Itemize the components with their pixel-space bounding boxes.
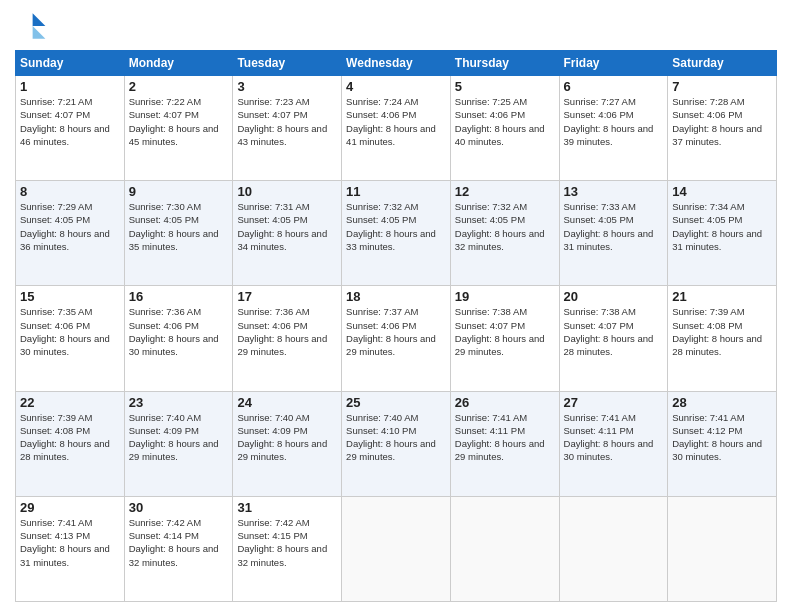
logo <box>15 10 51 42</box>
day-info: Sunrise: 7:29 AM Sunset: 4:05 PM Dayligh… <box>20 200 120 253</box>
day-number: 17 <box>237 289 337 304</box>
calendar-cell: 3 Sunrise: 7:23 AM Sunset: 4:07 PM Dayli… <box>233 76 342 181</box>
day-number: 10 <box>237 184 337 199</box>
day-info: Sunrise: 7:25 AM Sunset: 4:06 PM Dayligh… <box>455 95 555 148</box>
day-info: Sunrise: 7:41 AM Sunset: 4:11 PM Dayligh… <box>455 411 555 464</box>
calendar-cell: 4 Sunrise: 7:24 AM Sunset: 4:06 PM Dayli… <box>342 76 451 181</box>
col-header-wednesday: Wednesday <box>342 51 451 76</box>
day-info: Sunrise: 7:37 AM Sunset: 4:06 PM Dayligh… <box>346 305 446 358</box>
col-header-friday: Friday <box>559 51 668 76</box>
day-number: 5 <box>455 79 555 94</box>
day-number: 4 <box>346 79 446 94</box>
day-info: Sunrise: 7:28 AM Sunset: 4:06 PM Dayligh… <box>672 95 772 148</box>
day-number: 11 <box>346 184 446 199</box>
calendar-week-1: 1 Sunrise: 7:21 AM Sunset: 4:07 PM Dayli… <box>16 76 777 181</box>
calendar-cell: 27 Sunrise: 7:41 AM Sunset: 4:11 PM Dayl… <box>559 391 668 496</box>
day-number: 3 <box>237 79 337 94</box>
day-info: Sunrise: 7:40 AM Sunset: 4:10 PM Dayligh… <box>346 411 446 464</box>
calendar-cell: 6 Sunrise: 7:27 AM Sunset: 4:06 PM Dayli… <box>559 76 668 181</box>
day-number: 12 <box>455 184 555 199</box>
calendar-cell: 16 Sunrise: 7:36 AM Sunset: 4:06 PM Dayl… <box>124 286 233 391</box>
page: SundayMondayTuesdayWednesdayThursdayFrid… <box>0 0 792 612</box>
header <box>15 10 777 42</box>
day-number: 20 <box>564 289 664 304</box>
day-info: Sunrise: 7:36 AM Sunset: 4:06 PM Dayligh… <box>237 305 337 358</box>
day-number: 18 <box>346 289 446 304</box>
day-number: 23 <box>129 395 229 410</box>
day-info: Sunrise: 7:39 AM Sunset: 4:08 PM Dayligh… <box>672 305 772 358</box>
calendar-cell: 7 Sunrise: 7:28 AM Sunset: 4:06 PM Dayli… <box>668 76 777 181</box>
calendar-cell: 28 Sunrise: 7:41 AM Sunset: 4:12 PM Dayl… <box>668 391 777 496</box>
calendar-cell: 22 Sunrise: 7:39 AM Sunset: 4:08 PM Dayl… <box>16 391 125 496</box>
calendar-cell: 23 Sunrise: 7:40 AM Sunset: 4:09 PM Dayl… <box>124 391 233 496</box>
calendar-week-4: 22 Sunrise: 7:39 AM Sunset: 4:08 PM Dayl… <box>16 391 777 496</box>
day-number: 2 <box>129 79 229 94</box>
day-info: Sunrise: 7:42 AM Sunset: 4:14 PM Dayligh… <box>129 516 229 569</box>
day-info: Sunrise: 7:42 AM Sunset: 4:15 PM Dayligh… <box>237 516 337 569</box>
day-info: Sunrise: 7:31 AM Sunset: 4:05 PM Dayligh… <box>237 200 337 253</box>
day-info: Sunrise: 7:39 AM Sunset: 4:08 PM Dayligh… <box>20 411 120 464</box>
calendar-cell: 8 Sunrise: 7:29 AM Sunset: 4:05 PM Dayli… <box>16 181 125 286</box>
svg-marker-0 <box>33 13 46 26</box>
calendar-cell: 19 Sunrise: 7:38 AM Sunset: 4:07 PM Dayl… <box>450 286 559 391</box>
calendar-table: SundayMondayTuesdayWednesdayThursdayFrid… <box>15 50 777 602</box>
calendar-cell: 12 Sunrise: 7:32 AM Sunset: 4:05 PM Dayl… <box>450 181 559 286</box>
day-number: 30 <box>129 500 229 515</box>
day-number: 24 <box>237 395 337 410</box>
calendar-week-5: 29 Sunrise: 7:41 AM Sunset: 4:13 PM Dayl… <box>16 496 777 601</box>
calendar-cell: 25 Sunrise: 7:40 AM Sunset: 4:10 PM Dayl… <box>342 391 451 496</box>
day-info: Sunrise: 7:33 AM Sunset: 4:05 PM Dayligh… <box>564 200 664 253</box>
day-info: Sunrise: 7:22 AM Sunset: 4:07 PM Dayligh… <box>129 95 229 148</box>
calendar-cell: 18 Sunrise: 7:37 AM Sunset: 4:06 PM Dayl… <box>342 286 451 391</box>
calendar-cell: 14 Sunrise: 7:34 AM Sunset: 4:05 PM Dayl… <box>668 181 777 286</box>
calendar-header-row: SundayMondayTuesdayWednesdayThursdayFrid… <box>16 51 777 76</box>
calendar-cell: 11 Sunrise: 7:32 AM Sunset: 4:05 PM Dayl… <box>342 181 451 286</box>
calendar-cell <box>450 496 559 601</box>
day-info: Sunrise: 7:38 AM Sunset: 4:07 PM Dayligh… <box>564 305 664 358</box>
day-number: 31 <box>237 500 337 515</box>
day-number: 9 <box>129 184 229 199</box>
calendar-cell: 1 Sunrise: 7:21 AM Sunset: 4:07 PM Dayli… <box>16 76 125 181</box>
day-info: Sunrise: 7:32 AM Sunset: 4:05 PM Dayligh… <box>346 200 446 253</box>
calendar-cell: 13 Sunrise: 7:33 AM Sunset: 4:05 PM Dayl… <box>559 181 668 286</box>
day-info: Sunrise: 7:21 AM Sunset: 4:07 PM Dayligh… <box>20 95 120 148</box>
calendar-cell: 9 Sunrise: 7:30 AM Sunset: 4:05 PM Dayli… <box>124 181 233 286</box>
day-info: Sunrise: 7:32 AM Sunset: 4:05 PM Dayligh… <box>455 200 555 253</box>
day-number: 28 <box>672 395 772 410</box>
day-info: Sunrise: 7:40 AM Sunset: 4:09 PM Dayligh… <box>237 411 337 464</box>
day-number: 6 <box>564 79 664 94</box>
calendar-cell: 24 Sunrise: 7:40 AM Sunset: 4:09 PM Dayl… <box>233 391 342 496</box>
day-number: 13 <box>564 184 664 199</box>
calendar-cell: 26 Sunrise: 7:41 AM Sunset: 4:11 PM Dayl… <box>450 391 559 496</box>
calendar-cell: 2 Sunrise: 7:22 AM Sunset: 4:07 PM Dayli… <box>124 76 233 181</box>
day-number: 25 <box>346 395 446 410</box>
day-number: 26 <box>455 395 555 410</box>
logo-icon <box>15 10 47 42</box>
day-info: Sunrise: 7:34 AM Sunset: 4:05 PM Dayligh… <box>672 200 772 253</box>
day-number: 8 <box>20 184 120 199</box>
day-number: 16 <box>129 289 229 304</box>
day-info: Sunrise: 7:41 AM Sunset: 4:11 PM Dayligh… <box>564 411 664 464</box>
day-number: 7 <box>672 79 772 94</box>
day-number: 15 <box>20 289 120 304</box>
svg-marker-1 <box>33 26 46 39</box>
day-number: 22 <box>20 395 120 410</box>
calendar-cell: 20 Sunrise: 7:38 AM Sunset: 4:07 PM Dayl… <box>559 286 668 391</box>
day-info: Sunrise: 7:40 AM Sunset: 4:09 PM Dayligh… <box>129 411 229 464</box>
calendar-cell <box>668 496 777 601</box>
calendar-cell: 10 Sunrise: 7:31 AM Sunset: 4:05 PM Dayl… <box>233 181 342 286</box>
day-info: Sunrise: 7:23 AM Sunset: 4:07 PM Dayligh… <box>237 95 337 148</box>
calendar-cell: 29 Sunrise: 7:41 AM Sunset: 4:13 PM Dayl… <box>16 496 125 601</box>
day-info: Sunrise: 7:35 AM Sunset: 4:06 PM Dayligh… <box>20 305 120 358</box>
col-header-sunday: Sunday <box>16 51 125 76</box>
col-header-saturday: Saturday <box>668 51 777 76</box>
day-number: 29 <box>20 500 120 515</box>
calendar-cell: 30 Sunrise: 7:42 AM Sunset: 4:14 PM Dayl… <box>124 496 233 601</box>
calendar-cell: 21 Sunrise: 7:39 AM Sunset: 4:08 PM Dayl… <box>668 286 777 391</box>
day-number: 27 <box>564 395 664 410</box>
day-number: 19 <box>455 289 555 304</box>
day-info: Sunrise: 7:30 AM Sunset: 4:05 PM Dayligh… <box>129 200 229 253</box>
calendar-cell: 31 Sunrise: 7:42 AM Sunset: 4:15 PM Dayl… <box>233 496 342 601</box>
col-header-tuesday: Tuesday <box>233 51 342 76</box>
day-number: 14 <box>672 184 772 199</box>
